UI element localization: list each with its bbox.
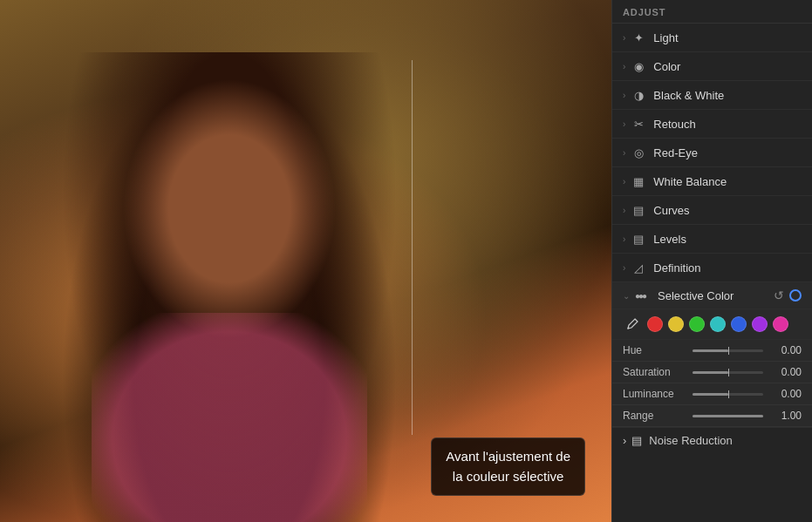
curves-label: Curves (653, 204, 802, 217)
swatch-magenta[interactable] (773, 316, 788, 332)
red-eye-label: Red-Eye (653, 146, 802, 159)
adjust-item-levels[interactable]: › ▤ Levels (612, 225, 812, 254)
tooltip-line1: Avant l'ajustement de (446, 449, 570, 464)
swatch-red[interactable] (647, 316, 663, 332)
levels-label: Levels (653, 233, 802, 246)
black-white-icon: ◑ (631, 87, 646, 103)
photo-area: Avant l'ajustement de la couleur sélecti… (0, 0, 611, 522)
chevron-icon: › (623, 148, 625, 158)
selective-color-header[interactable]: ⌄ ●●● Selective Color ↺ (612, 282, 812, 309)
chevron-icon: › (623, 434, 626, 447)
chevron-icon: › (623, 206, 625, 215)
levels-icon: ▤ (631, 231, 646, 247)
tooltip-line (412, 60, 413, 435)
swatch-yellow[interactable] (668, 316, 684, 332)
retouch-icon: ✂ (631, 116, 646, 132)
sliders-section: Hue 0.00 Saturation 0.00 Luminance (612, 340, 812, 428)
color-icon: ◉ (631, 58, 646, 74)
color-swatches-row (612, 309, 812, 340)
saturation-label: Saturation (623, 366, 686, 378)
chevron-icon: › (623, 119, 625, 129)
swatch-cyan[interactable] (710, 316, 726, 332)
adjust-item-light[interactable]: › ✦ Light (612, 24, 812, 52)
light-label: Light (653, 31, 802, 44)
definition-icon: ◿ (631, 260, 646, 275)
active-toggle[interactable] (789, 289, 802, 302)
adjust-item-black-white[interactable]: › ◑ Black & White (612, 81, 812, 110)
luminance-track[interactable] (693, 393, 763, 396)
color-label: Color (653, 60, 802, 73)
adjust-items: › ✦ Light › ◉ Color › ◑ Black & White › … (612, 24, 812, 522)
chevron-icon: › (623, 177, 625, 186)
light-icon: ✦ (631, 30, 646, 45)
luminance-value: 0.00 (770, 388, 802, 400)
selective-color-label: Selective Color (658, 289, 774, 302)
eyedropper-button[interactable] (623, 315, 642, 334)
definition-label: Definition (653, 261, 802, 275)
swatch-blue[interactable] (731, 316, 747, 332)
adjust-item-curves[interactable]: › ▤ Curves (612, 196, 812, 225)
black-white-label: Black & White (653, 89, 802, 102)
adjust-item-definition[interactable]: › ◿ Definition (612, 254, 812, 282)
chevron-icon: › (623, 234, 625, 244)
adjust-item-noise-reduction[interactable]: › ▤ Noise Reduction (612, 428, 812, 453)
saturation-slider-row: Saturation 0.00 (612, 362, 812, 383)
hue-label: Hue (623, 344, 686, 356)
luminance-slider-row: Luminance 0.00 (612, 383, 812, 405)
red-eye-icon: ◎ (631, 145, 646, 160)
luminance-label: Luminance (623, 388, 686, 400)
retouch-label: Retouch (653, 118, 802, 131)
pink-top (92, 313, 366, 522)
reset-button[interactable]: ↺ (774, 288, 784, 302)
saturation-value: 0.00 (770, 366, 802, 378)
svg-point-0 (628, 328, 630, 329)
selective-color-actions: ↺ (774, 288, 802, 302)
noise-reduction-label: Noise Reduction (649, 434, 732, 447)
swatch-purple[interactable] (752, 316, 768, 332)
hue-value: 0.00 (770, 344, 802, 356)
adjust-item-red-eye[interactable]: › ◎ Red-Eye (612, 139, 812, 167)
range-slider-row: Range 1.00 (612, 405, 812, 427)
range-label: Range (623, 410, 686, 422)
adjust-item-retouch[interactable]: › ✂ Retouch (612, 110, 812, 139)
hue-slider-row: Hue 0.00 (612, 340, 812, 362)
chevron-icon: › (623, 62, 625, 71)
adjust-item-color[interactable]: › ◉ Color (612, 52, 812, 81)
panel-header: ADJUST (612, 0, 812, 24)
tooltip: Avant l'ajustement de la couleur sélecti… (431, 437, 585, 496)
face-highlight (122, 78, 336, 340)
right-panel: ADJUST › ✦ Light › ◉ Color › ◑ Black & W… (611, 0, 812, 522)
saturation-track[interactable] (693, 371, 763, 374)
chevron-icon: › (623, 33, 625, 43)
white-balance-label: White Balance (653, 175, 802, 188)
chevron-down-icon: ⌄ (623, 291, 630, 301)
tooltip-line2: la couleur sélective (453, 469, 564, 484)
swatch-green[interactable] (689, 316, 705, 332)
range-value: 1.00 (770, 410, 802, 422)
chevron-icon: › (623, 91, 625, 100)
range-track[interactable] (693, 415, 763, 417)
curves-icon: ▤ (631, 202, 646, 218)
white-balance-icon: ▦ (631, 173, 646, 189)
adjust-item-white-balance[interactable]: › ▦ White Balance (612, 167, 812, 196)
noise-reduction-icon: ▤ (631, 434, 642, 447)
hue-track[interactable] (693, 349, 763, 352)
selective-color-icon: ●●● (635, 291, 651, 301)
chevron-icon: › (623, 263, 625, 273)
